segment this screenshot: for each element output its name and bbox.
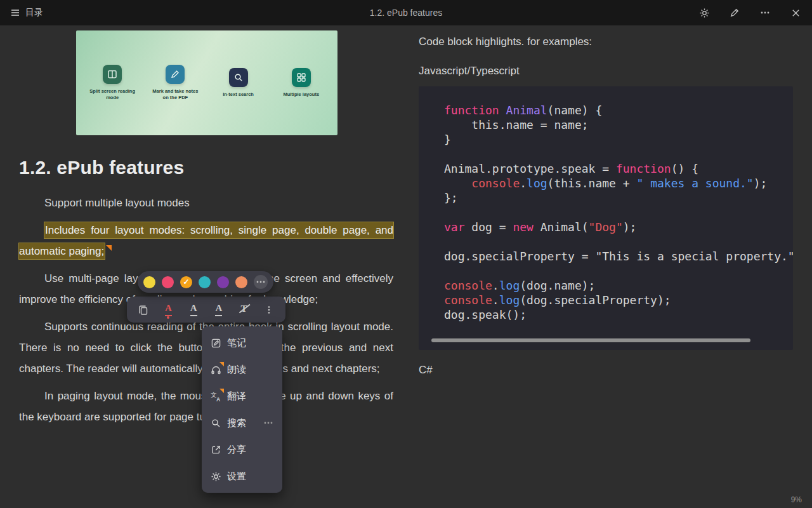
toc-button[interactable]: 目录 [10,7,43,18]
code-line: var dog = new Animal("Dog"); [444,220,793,234]
premium-badge [219,389,224,393]
feature-tile-label: Split screen reading mode [88,88,137,102]
feature-banner-image: Split screen reading modeMark and take n… [76,30,337,135]
more-vertical-icon[interactable] [260,300,278,319]
code-line: function Animal(name) { [444,103,793,117]
menu-item-settings[interactable]: 设置 [202,463,282,490]
translate-icon: 文A [210,391,221,402]
underline-solid-red-icon[interactable]: A [159,300,177,319]
code-line: }; [444,190,793,205]
search-icon [210,417,221,429]
topbar: 目录 1.2. ePub features [0,0,812,25]
menu-item-note[interactable]: 笔记 [202,330,282,356]
gear-icon [210,471,221,482]
hamburger-icon [10,8,20,18]
code-line: console.log(dog.name); [444,278,793,293]
code-line: console.log(dog.specialProperty); [444,293,793,307]
paragraph: C# [419,364,793,377]
code-line: this.name = name; [444,117,793,132]
highlight-color-purple[interactable] [217,276,229,288]
code-line [444,234,793,249]
annotate-pen-icon[interactable] [728,6,741,19]
highlight-color-toolbar: ✓ [138,271,273,293]
copy-icon[interactable] [134,300,152,319]
note-icon [210,337,221,349]
code-content: function Animal(name) { this.name = name… [444,103,793,322]
highlight-color-salmon[interactable] [235,276,247,288]
highlight-note-marker [106,245,112,251]
code-line: Animal.prototype.speak = function() { [444,161,793,176]
code-block: function Animal(name) { this.name = name… [419,86,793,350]
feature-tile-label: Multiple layouts [277,91,326,98]
more-options-icon[interactable] [263,417,274,429]
menu-item-translate[interactable]: 文A翻译 [202,383,282,410]
note-pen-icon [166,65,185,84]
menu-item-label: 搜索 [227,417,246,429]
toc-label: 目录 [25,7,43,18]
menu-item-label: 分享 [227,444,246,456]
share-icon [210,444,221,455]
code-line: } [444,132,793,147]
menu-item-label: 朗读 [227,364,246,376]
more-colors-button[interactable] [254,275,268,289]
menu-item-share[interactable]: 分享 [202,436,282,463]
feature-tile-label: In-text search [214,91,263,98]
menu-item-read-aloud[interactable]: 朗读 [202,356,282,383]
code-line: console.log(this.name + " makes a sound.… [444,176,793,190]
reading-page-right: Code block highlights. for examples: Jav… [419,25,793,377]
highlight-color-yellow[interactable] [143,276,155,288]
chapter-title: 1.2. ePub features [370,8,442,18]
feature-tile: In-text search [212,68,265,98]
headphones-icon [210,364,221,375]
settings-gear-icon[interactable] [698,6,710,19]
feature-tile-label: Mark and take notes on the PDF [150,88,200,102]
feature-tile: Multiple layouts [275,68,328,98]
highlight-color-teal[interactable] [199,276,211,288]
page-heading: 1.2. ePub features [19,157,393,178]
text-highlight[interactable]: Includes four layout modes: scrolling, s… [19,222,393,259]
split-screen-icon [103,65,122,84]
highlight-color-pink[interactable] [162,276,174,288]
menu-item-label: 设置 [227,471,246,483]
close-icon[interactable] [789,6,802,19]
paragraph: Support multiple layout modes [19,192,393,213]
search-tile-icon [229,68,248,87]
selection-context-menu: 笔记朗读文A翻译搜索分享设置 [202,326,282,493]
feature-tile: Split screen reading mode [86,65,139,102]
clear-format-icon[interactable]: T [235,300,253,319]
code-line [444,147,793,161]
paragraph: Code block highlights. for examples: [419,36,793,48]
topbar-actions [698,6,802,19]
svg-text:A: A [216,396,219,401]
code-line [444,205,793,220]
feature-tile: Mark and take notes on the PDF [148,65,202,102]
underline-solid-icon[interactable]: A [185,300,202,319]
underline-dashed-icon[interactable]: A [210,300,228,319]
code-line [444,264,793,278]
layouts-icon [292,68,311,87]
menu-item-label: 翻译 [227,391,246,403]
more-options-icon[interactable] [759,6,771,19]
highlight-color-orange[interactable]: ✓ [180,276,192,288]
reading-progress: 9% [791,495,802,504]
menu-item-search[interactable]: 搜索 [202,410,282,436]
code-line: dog.specialProperty = "This is a special… [444,249,793,264]
format-toolbar: AAAT [127,297,285,323]
menu-item-label: 笔记 [227,337,246,349]
code-line: dog.speak(); [444,307,793,322]
highlighted-paragraph: Includes four layout modes: scrolling, s… [19,220,393,262]
paragraph: Javascript/Typescript [419,65,793,77]
code-horizontal-scrollbar[interactable] [431,338,750,342]
premium-badge [219,362,224,366]
